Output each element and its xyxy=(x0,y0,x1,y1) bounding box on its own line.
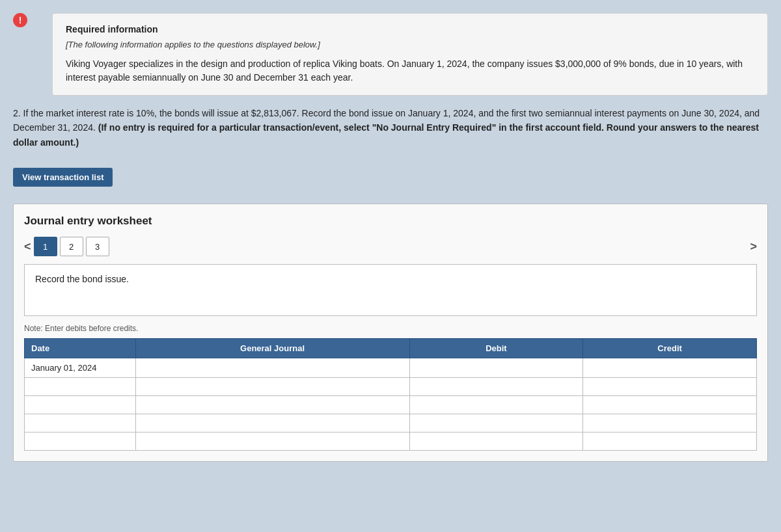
row-4-credit-input[interactable] xyxy=(590,436,750,446)
prev-tab-button[interactable]: < xyxy=(24,240,31,254)
question-number: 2. xyxy=(13,108,21,118)
row-2-credit[interactable] xyxy=(583,396,757,414)
page-wrapper: ! Required information [The following in… xyxy=(13,13,768,462)
button-row: View transaction list xyxy=(13,160,768,187)
row-1-gj[interactable] xyxy=(135,378,409,396)
row-1-credit[interactable] xyxy=(583,378,757,396)
row-3-gj[interactable] xyxy=(135,414,409,432)
required-info-body: Viking Voyager specializes in the design… xyxy=(66,57,754,85)
row-2-date xyxy=(25,396,136,414)
journal-worksheet: Journal entry worksheet < 1 2 3 > Record… xyxy=(13,204,768,462)
question-section: 2. If the market interest rate is 10%, t… xyxy=(13,106,768,150)
row-4-gj-input[interactable] xyxy=(143,436,403,446)
table-row: January 01, 2024 xyxy=(25,358,757,378)
row-2-gj[interactable] xyxy=(135,396,409,414)
row-3-credit-input[interactable] xyxy=(590,418,750,428)
row-0-credit[interactable] xyxy=(583,358,757,378)
row-0-debit-input[interactable] xyxy=(417,363,577,373)
journal-table: Date General Journal Debit Credit Januar… xyxy=(24,338,757,451)
next-tab-button[interactable]: > xyxy=(750,240,757,254)
table-row xyxy=(25,396,757,414)
top-alert-row: ! Required information [The following in… xyxy=(13,13,768,96)
required-info-title: Required information xyxy=(66,24,754,34)
row-0-gj[interactable] xyxy=(135,358,409,378)
required-info-box: Required information [The following info… xyxy=(52,13,768,96)
row-2-debit-input[interactable] xyxy=(417,400,577,410)
row-0-debit[interactable] xyxy=(409,358,583,378)
row-3-debit-input[interactable] xyxy=(417,418,577,428)
row-3-credit[interactable] xyxy=(583,414,757,432)
view-transaction-list-button[interactable]: View transaction list xyxy=(13,168,113,187)
note-text: Note: Enter debits before credits. xyxy=(24,324,757,333)
row-4-debit-input[interactable] xyxy=(417,436,577,446)
row-2-credit-input[interactable] xyxy=(590,400,750,410)
tab-2[interactable]: 2 xyxy=(60,237,83,256)
row-1-date xyxy=(25,378,136,396)
row-0-date: January 01, 2024 xyxy=(25,358,136,378)
row-0-credit-input[interactable] xyxy=(590,363,750,373)
nav-tabs: < 1 2 3 > xyxy=(24,237,757,256)
row-1-debit[interactable] xyxy=(409,378,583,396)
record-box: Record the bond issue. xyxy=(24,264,757,316)
row-3-debit[interactable] xyxy=(409,414,583,432)
row-3-date xyxy=(25,414,136,432)
row-4-gj[interactable] xyxy=(135,432,409,451)
col-header-credit: Credit xyxy=(583,339,757,358)
col-header-date: Date xyxy=(25,339,136,358)
tab-3[interactable]: 3 xyxy=(86,237,109,256)
row-1-credit-input[interactable] xyxy=(590,382,750,392)
record-description: Record the bond issue. xyxy=(35,274,129,284)
question-bold-text: (If no entry is required for a particula… xyxy=(13,122,759,147)
table-row xyxy=(25,414,757,432)
row-2-debit[interactable] xyxy=(409,396,583,414)
col-header-debit: Debit xyxy=(409,339,583,358)
required-info-subtitle: [The following information applies to th… xyxy=(66,40,754,49)
row-3-gj-input[interactable] xyxy=(143,418,403,428)
row-0-gj-input[interactable] xyxy=(143,363,403,373)
table-row xyxy=(25,432,757,451)
journal-title: Journal entry worksheet xyxy=(24,215,757,228)
tab-1[interactable]: 1 xyxy=(34,237,57,256)
row-1-debit-input[interactable] xyxy=(417,382,577,392)
row-4-date xyxy=(25,432,136,451)
row-1-gj-input[interactable] xyxy=(143,382,403,392)
row-4-debit[interactable] xyxy=(409,432,583,451)
col-header-gj: General Journal xyxy=(135,339,409,358)
row-2-gj-input[interactable] xyxy=(143,400,403,410)
alert-icon: ! xyxy=(13,13,27,27)
row-4-credit[interactable] xyxy=(583,432,757,451)
table-row xyxy=(25,378,757,396)
